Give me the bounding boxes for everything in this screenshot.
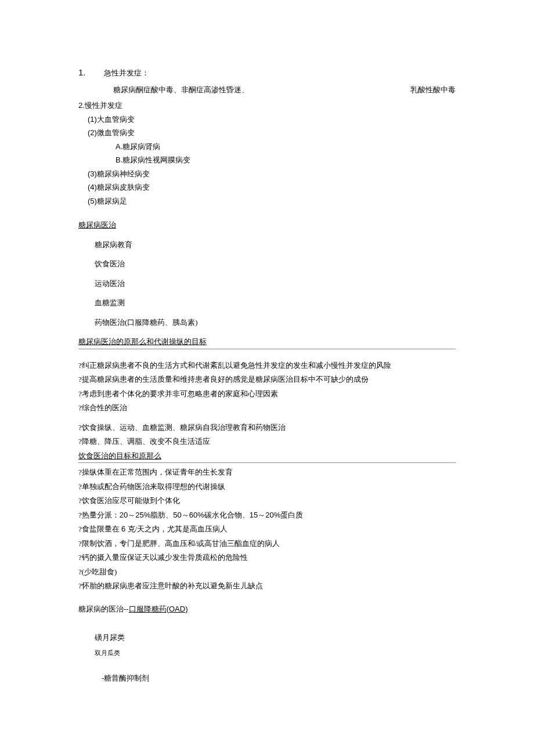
acute-complications-right: 乳酸性酸中毒 — [410, 84, 456, 96]
diet-rule-9: ?怀胎的糖尿病患者应注意叶酸的补充以避免新生儿缺点 — [78, 580, 456, 592]
oad-heading-link: 口服降糖药(OAD) — [129, 605, 188, 613]
principle-6: ?降糖、降压、调脂、改变不良生活适应 — [78, 436, 456, 447]
treatment-item-education: 糖尿病教育 — [78, 239, 456, 251]
treatment-item-exercise: 运动医治 — [78, 278, 456, 290]
principle-4: ?综合性的医治 — [78, 402, 456, 414]
principles-heading: 糖尿病医治的原那么和代谢操纵的目标 — [78, 336, 456, 348]
divider-2 — [78, 462, 456, 463]
oad-class-glucosidase-inhibitor: -糖昔酶抑制剂 — [78, 672, 456, 684]
treatment-item-medication: 药物医治(口服降糖药、胰岛素) — [78, 317, 456, 328]
principle-2: ?提高糖尿病患者的生活质量和维持患者良好的感觉是糖尿病医治目标中不可缺少的成份 — [78, 374, 456, 385]
section-2-title: 慢性并发症 — [85, 101, 122, 110]
diet-rule-8: ?(少吃甜食) — [78, 566, 456, 578]
treatment-item-monitoring: 血糖监测 — [78, 297, 456, 309]
chronic-item-1: 大血管病变 — [97, 115, 135, 124]
diet-rule-3: ?饮食医治应尽可能做到个体化 — [78, 495, 456, 507]
oad-class-biguanide: 双月瓜类 — [78, 648, 456, 658]
principle-3: ?考虑到患者个体化的要求并非可忽略患者的家庭和心理因素 — [78, 388, 456, 400]
chronic-item-2: 微血管病变 — [97, 128, 135, 137]
chronic-item-2b: 糖尿病性视网膜病变 — [122, 155, 190, 164]
acute-complications-left: 糖尿病酮症酸中毒、非酮症高渗性昏迷、 — [113, 84, 249, 96]
chronic-item-2a: 糖尿病肾病 — [122, 142, 160, 151]
diet-rule-2: ?单独或配合药物医治来取得理想的代谢操纵 — [78, 481, 456, 493]
section-1-title: 急性并发症： — [104, 67, 149, 79]
treatment-item-diet: 饮食医治 — [78, 258, 456, 270]
diet-rule-1: ?操纵体重在正常范围内，保证青年的生长发育 — [78, 466, 456, 478]
oad-heading-prefix: 糖尿病的医治-- — [78, 605, 129, 613]
section-1-number: 1. — [78, 66, 104, 79]
chronic-item-5: 糖尿病足 — [97, 197, 127, 205]
diet-rule-6: ?限制饮酒，专门是肥胖、高血压和/或高甘油三酯血症的病人 — [78, 538, 456, 549]
diet-heading: 饮食医治的目标和原那么 — [78, 450, 456, 462]
chronic-item-4: 糖尿病皮肤病变 — [97, 183, 150, 191]
chronic-item-3: 糖尿病神经病变 — [97, 169, 150, 178]
divider-1 — [78, 349, 456, 349]
principle-1: ?纠正糖尿病患者不良的生活方式和代谢紊乱以避免急性并发症的发生和减小慢性并发症的… — [78, 360, 456, 371]
oad-class-sulfonylurea: 磺月尿类 — [78, 632, 456, 643]
section-2-number: 2. — [78, 101, 85, 110]
principle-5: ?饮食操纵、运动、血糖监测、糖尿病自我治理教育和药物医治 — [78, 422, 456, 433]
diet-rule-4: ?热量分派：20～25%脂肪、50～60%碳水化合物、15～20%蛋白质 — [78, 509, 456, 521]
treatment-heading: 糖尿病医治 — [78, 219, 456, 231]
diet-rule-5: ?食盐限量在 6 克/天之内，尤其是高血压病人 — [78, 523, 456, 535]
diet-rule-7: ?钙的摄入量应保证天以减少发生骨质疏松的危险性 — [78, 552, 456, 563]
